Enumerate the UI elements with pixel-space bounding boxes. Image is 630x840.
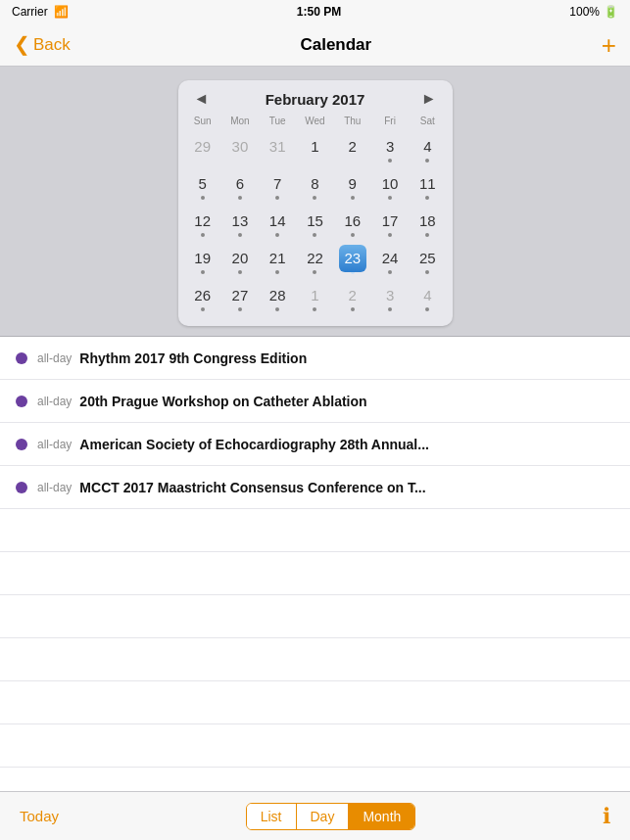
today-button[interactable]: Today: [20, 808, 59, 824]
day-header-fri: Fri: [371, 114, 409, 128]
calendar-wrapper: ◄ February 2017 ► Sun Mon Tue Wed Thu Fr…: [0, 67, 630, 336]
calendar-day[interactable]: 4: [409, 279, 446, 316]
next-month-button[interactable]: ►: [415, 90, 443, 108]
tab-segment-day[interactable]: Day: [297, 804, 350, 829]
status-time: 1:50 PM: [297, 5, 341, 19]
calendar-day[interactable]: 14: [259, 205, 296, 242]
calendar-day[interactable]: 31: [259, 130, 296, 167]
calendar-day[interactable]: 22: [296, 242, 333, 279]
day-header-thu: Thu: [334, 114, 371, 128]
calendar-day[interactable]: 17: [371, 205, 409, 242]
day-header-sat: Sat: [409, 114, 446, 128]
calendar-day[interactable]: 1: [296, 130, 333, 167]
calendar-day[interactable]: 3: [371, 279, 409, 316]
back-button[interactable]: ❮ Back: [14, 35, 71, 55]
calendar-day[interactable]: 26: [184, 279, 221, 316]
calendar: ◄ February 2017 ► Sun Mon Tue Wed Thu Fr…: [178, 80, 453, 326]
calendar-day[interactable]: 30: [221, 130, 259, 167]
chevron-left-icon: ❮: [14, 34, 30, 54]
calendar-day[interactable]: 10: [371, 167, 409, 205]
calendar-day[interactable]: 1: [296, 279, 333, 316]
calendar-day[interactable]: 2: [334, 130, 371, 167]
calendar-day[interactable]: 12: [184, 205, 221, 242]
calendar-day[interactable]: 28: [259, 279, 296, 316]
tab-segment-list[interactable]: List: [247, 804, 297, 829]
status-left: Carrier 📶: [12, 5, 69, 19]
status-bar: Carrier 📶 1:50 PM 100% 🔋: [0, 0, 630, 23]
calendar-day[interactable]: 19: [184, 242, 221, 279]
page-title: Calendar: [300, 35, 371, 55]
day-header-mon: Mon: [221, 114, 259, 128]
event-dot: [16, 396, 27, 407]
event-item[interactable]: all-dayAmerican Society of Echocardiogra…: [0, 423, 630, 466]
event-title: American Society of Echocardiography 28t…: [79, 437, 429, 452]
event-item[interactable]: all-dayMCCT 2017 Maastricht Consensus Co…: [0, 466, 630, 509]
calendar-day[interactable]: 6: [221, 167, 259, 205]
calendar-day[interactable]: 13: [221, 205, 259, 242]
calendar-day[interactable]: 8: [296, 167, 333, 205]
status-right: 100% 🔋: [569, 5, 618, 19]
wifi-icon: 📶: [54, 5, 69, 19]
tab-segment-month[interactable]: Month: [349, 804, 414, 829]
calendar-day[interactable]: 11: [409, 167, 446, 205]
day-header-sun: Sun: [184, 114, 221, 128]
calendar-day[interactable]: 18: [409, 205, 446, 242]
event-allday-label: all-day: [37, 395, 72, 408]
calendar-day[interactable]: 15: [296, 205, 333, 242]
calendar-day[interactable]: 24: [371, 242, 409, 279]
month-title: February 2017: [266, 91, 365, 108]
calendar-day[interactable]: 4: [409, 130, 446, 167]
calendar-day[interactable]: 16: [334, 205, 371, 242]
back-label[interactable]: Back: [33, 35, 71, 55]
empty-row: [0, 638, 630, 681]
event-title: MCCT 2017 Maastricht Consensus Conferenc…: [79, 480, 425, 495]
calendar-day[interactable]: 23: [334, 242, 371, 279]
battery-label: 100%: [569, 5, 600, 19]
event-allday-label: all-day: [37, 438, 72, 451]
add-button[interactable]: +: [602, 32, 616, 58]
calendar-day[interactable]: 25: [409, 242, 446, 279]
calendar-day[interactable]: 9: [334, 167, 371, 205]
event-dot: [16, 482, 27, 493]
event-title: Rhythm 2017 9th Congress Edition: [79, 350, 307, 366]
carrier-label: Carrier: [12, 5, 48, 19]
empty-row: [0, 681, 630, 724]
calendar-day[interactable]: 20: [221, 242, 259, 279]
empty-row: [0, 595, 630, 638]
event-allday-label: all-day: [37, 351, 72, 365]
tab-bar: Today ListDayMonth ℹ: [0, 791, 630, 840]
calendar-day[interactable]: 29: [184, 130, 221, 167]
calendar-day[interactable]: 27: [221, 279, 259, 316]
calendar-day[interactable]: 3: [371, 130, 409, 167]
calendar-day[interactable]: 2: [334, 279, 371, 316]
calendar-day[interactable]: 21: [259, 242, 296, 279]
calendar-day-headers: Sun Mon Tue Wed Thu Fri Sat: [184, 114, 447, 128]
day-header-tue: Tue: [259, 114, 296, 128]
event-dot: [16, 352, 27, 364]
event-title: 20th Prague Workshop on Catheter Ablatio…: [79, 394, 366, 409]
info-button[interactable]: ℹ: [603, 804, 610, 829]
event-dot: [16, 439, 27, 450]
empty-row: [0, 509, 630, 552]
calendar-day[interactable]: 5: [184, 167, 221, 205]
calendar-header: ◄ February 2017 ►: [184, 88, 447, 114]
event-item[interactable]: all-dayRhythm 2017 9th Congress Edition: [0, 337, 630, 380]
empty-row: [0, 552, 630, 595]
prev-month-button[interactable]: ◄: [188, 90, 216, 108]
event-item[interactable]: all-day20th Prague Workshop on Catheter …: [0, 380, 630, 423]
day-header-wed: Wed: [296, 114, 333, 128]
calendar-day[interactable]: 7: [259, 167, 296, 205]
calendar-grid: 2930311234567891011121314151617181920212…: [184, 130, 447, 316]
events-list: all-dayRhythm 2017 9th Congress Editiona…: [0, 337, 630, 509]
battery-icon: 🔋: [604, 5, 618, 19]
event-allday-label: all-day: [37, 481, 72, 494]
empty-row: [0, 724, 630, 768]
view-segment: ListDayMonth: [246, 803, 416, 830]
nav-bar: ❮ Back Calendar +: [0, 23, 630, 67]
